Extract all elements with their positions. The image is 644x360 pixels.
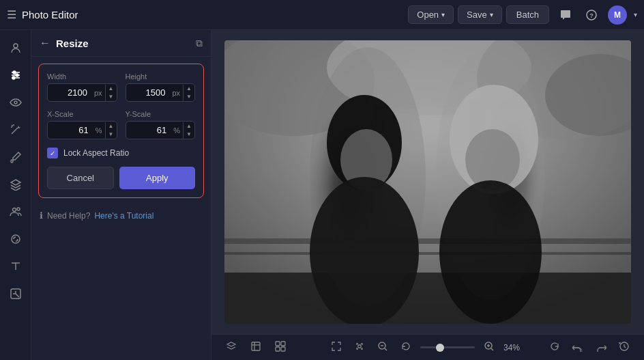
- sidebar-item-sticker[interactable]: [3, 281, 28, 306]
- svg-rect-48: [281, 347, 285, 351]
- sidebar-item-text[interactable]: [3, 254, 28, 279]
- layers-icon[interactable]: [222, 339, 240, 356]
- svg-point-15: [12, 208, 16, 212]
- width-spin-up[interactable]: ▲: [106, 85, 117, 93]
- sidebar-item-person[interactable]: [3, 36, 28, 60]
- canvas-content: [211, 30, 644, 334]
- main-area: ← Resize ⧉ Width px ▲ ▼: [0, 30, 644, 360]
- lock-label: Lock Aspect Ratio: [63, 148, 129, 158]
- copy-icon-button[interactable]: ⧉: [196, 38, 203, 49]
- svg-point-9: [14, 101, 17, 104]
- topbar-left: ☰ Photo Editor: [7, 8, 401, 21]
- zoom-in-icon[interactable]: [480, 339, 498, 356]
- height-input[interactable]: [126, 84, 170, 101]
- sidebar-item-magic[interactable]: [3, 117, 28, 142]
- svg-rect-40: [224, 40, 631, 324]
- zoom-value: 34%: [503, 343, 528, 352]
- yscale-input[interactable]: [126, 122, 171, 139]
- save-button[interactable]: Save ▾: [458, 5, 502, 24]
- zoom-out-icon[interactable]: [374, 339, 392, 356]
- crop-icon[interactable]: [247, 339, 265, 356]
- dimensions-row: Width px ▲ ▼ Height px: [47, 72, 195, 102]
- height-spinner: ▲ ▼: [183, 85, 194, 101]
- fullscreen-icon[interactable]: [327, 339, 345, 356]
- height-spin-up[interactable]: ▲: [184, 85, 194, 93]
- sidebar-item-layers[interactable]: [3, 172, 28, 197]
- grid-icon[interactable]: [272, 339, 289, 356]
- lock-row: ✓ Lock Aspect Ratio: [47, 148, 195, 158]
- svg-line-10: [12, 128, 18, 134]
- sidebar-item-group[interactable]: [3, 199, 28, 224]
- topbar-center: Open ▾ Save ▾ Batch: [408, 5, 549, 24]
- width-input[interactable]: [48, 84, 91, 101]
- help-text: Need Help?: [47, 211, 90, 221]
- back-button[interactable]: ←: [40, 37, 50, 49]
- svg-rect-45: [276, 342, 280, 346]
- help-link[interactable]: Here's a Tutorial: [94, 211, 153, 221]
- svg-rect-49: [358, 345, 361, 348]
- svg-text:?: ?: [589, 12, 594, 19]
- check-icon: ✓: [50, 150, 55, 157]
- bottom-bar: 34%: [211, 334, 644, 360]
- svg-point-7: [16, 74, 18, 77]
- yscale-suffix: %: [171, 126, 183, 135]
- height-suffix: px: [169, 89, 183, 97]
- sidebar-item-adjust[interactable]: [3, 63, 28, 87]
- sidebar-item-view[interactable]: [3, 90, 28, 115]
- panel-header: ← Resize ⧉: [31, 30, 211, 57]
- height-spin-down[interactable]: ▼: [184, 93, 194, 101]
- svg-point-17: [12, 235, 20, 243]
- sidebar-item-effects[interactable]: [3, 227, 28, 251]
- width-spinner: ▲ ▼: [105, 85, 117, 101]
- cancel-button[interactable]: Cancel: [47, 167, 114, 189]
- xscale-spin-up[interactable]: ▲: [106, 122, 117, 130]
- height-group: Height px ▲ ▼: [126, 72, 196, 102]
- panel-title: Resize: [56, 38, 190, 49]
- avatar[interactable]: M: [608, 5, 627, 25]
- reset-zoom-icon[interactable]: [397, 339, 415, 356]
- svg-point-6: [13, 71, 16, 74]
- history-icon[interactable]: [615, 339, 633, 356]
- rotate-icon[interactable]: [546, 339, 564, 356]
- photo-svg: [224, 40, 631, 324]
- bottom-bar-left: [222, 339, 289, 356]
- help-icon-button[interactable]: ?: [582, 5, 601, 25]
- photo-container: [224, 40, 631, 324]
- xscale-spin-down[interactable]: ▼: [106, 130, 117, 139]
- svg-line-52: [385, 348, 387, 350]
- undo-icon[interactable]: [569, 339, 587, 356]
- xscale-label: X-Scale: [47, 110, 117, 118]
- height-label: Height: [126, 72, 196, 81]
- lock-checkbox[interactable]: ✓: [47, 148, 58, 158]
- svg-marker-14: [11, 180, 20, 185]
- bottom-bar-center: 34%: [327, 339, 528, 356]
- svg-point-16: [17, 208, 20, 210]
- width-spin-down[interactable]: ▼: [106, 93, 117, 101]
- svg-marker-41: [227, 342, 235, 346]
- form-actions: Cancel Apply: [47, 167, 195, 189]
- batch-button[interactable]: Batch: [506, 5, 549, 24]
- yscale-spin-up[interactable]: ▲: [184, 122, 194, 130]
- svg-rect-46: [281, 342, 285, 346]
- svg-rect-42: [252, 342, 260, 350]
- width-label: Width: [47, 72, 117, 81]
- xscale-spinner: ▲ ▼: [105, 122, 117, 139]
- yscale-spin-down[interactable]: ▼: [184, 130, 194, 139]
- resize-form: Width px ▲ ▼ Height px: [38, 64, 204, 198]
- apply-button[interactable]: Apply: [119, 167, 195, 189]
- comment-icon-button[interactable]: [556, 5, 575, 25]
- width-input-group: px ▲ ▼: [47, 83, 117, 102]
- fit-screen-icon[interactable]: [351, 339, 368, 356]
- xscale-input[interactable]: [48, 122, 93, 139]
- xscale-group: X-Scale % ▲ ▼: [47, 110, 117, 139]
- sidebar-item-paint[interactable]: [3, 145, 28, 169]
- svg-line-56: [491, 348, 493, 350]
- yscale-group: Y-Scale % ▲ ▼: [126, 110, 196, 139]
- open-button[interactable]: Open ▾: [408, 5, 454, 24]
- svg-point-2: [14, 44, 18, 48]
- canvas-area: 34%: [211, 30, 644, 360]
- hamburger-icon[interactable]: ☰: [7, 8, 16, 21]
- zoom-slider[interactable]: [420, 346, 475, 348]
- redo-icon[interactable]: [592, 339, 610, 356]
- avatar-chevron-icon[interactable]: ▾: [634, 11, 637, 18]
